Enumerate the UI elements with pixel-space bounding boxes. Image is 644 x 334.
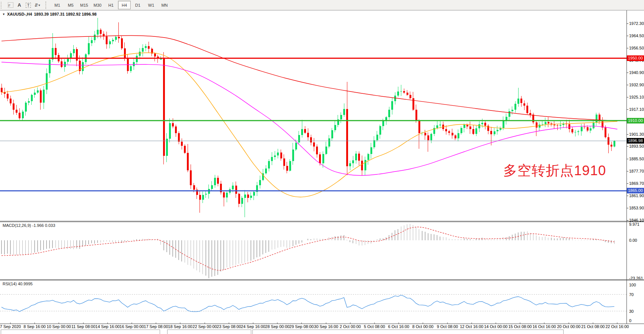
status-panel[interactable]: [252, 330, 564, 334]
toolbar-drag-handle[interactable]: [1, 2, 4, 9]
arrange-arrows-glyph: ⇵: [34, 3, 38, 8]
rsi-indicator-chart[interactable]: [0, 280, 627, 324]
date-axis-label: 22 Oct 16:00: [606, 324, 629, 329]
toolbar-separator: [45, 1, 48, 9]
date-axis-label: 24 Sep 16:00: [241, 324, 265, 329]
timeframe-m1[interactable]: M1: [51, 1, 64, 9]
date-axis-label: 9 Oct 08:00: [437, 324, 458, 329]
price-axis-label: 1885.50: [629, 157, 644, 161]
price-axis-label: 1932.90: [629, 83, 644, 87]
chart-title: ▼ XAUUSD-,H4 1893.39 1897.31 1892.92 189…: [2, 12, 96, 16]
arrange-arrows-icon[interactable]: ⇵▾: [33, 1, 41, 9]
axis-border: [627, 10, 627, 324]
date-axis-label: 17 Sep 08:00: [144, 324, 168, 329]
date-axis-label: 11 Sep 08:00: [71, 324, 96, 329]
status-panel[interactable]: [167, 330, 251, 334]
price-level-badge: 1865.00: [627, 188, 644, 193]
text-box-icon[interactable]: T: [24, 1, 32, 9]
price-axis-label: 1917.10: [629, 107, 644, 112]
timeframe-w1[interactable]: W1: [145, 1, 157, 9]
date-axis-label: 20 Oct 00:00: [557, 324, 581, 329]
symbol-dropdown-icon[interactable]: ▼: [2, 13, 5, 16]
macd-axis-label: 9.971: [629, 222, 640, 227]
timeframe-m15[interactable]: M15: [78, 1, 90, 9]
pointer-grid-icon[interactable]: F: [6, 1, 15, 9]
panel-separator[interactable]: [0, 279, 644, 280]
date-axis-label: 29 Sep 08:00: [289, 324, 313, 329]
date-axis-label: 5 Oct 08:00: [364, 324, 385, 329]
price-axis-label: 1861.90: [629, 193, 644, 198]
price-level-badge: 1910.00: [627, 118, 644, 123]
date-axis-label: 23 Sep 08:00: [217, 324, 241, 329]
panel-separator[interactable]: [0, 221, 644, 221]
timeframe-d1[interactable]: D1: [131, 1, 144, 9]
panel-separator: [0, 324, 644, 324]
price-axis-label: 1853.90: [629, 206, 644, 210]
timeframe-m5[interactable]: M5: [64, 1, 77, 9]
price-axis-label: 1964.50: [629, 33, 644, 38]
date-axis-label: 16 Oct 16:00: [533, 324, 556, 329]
rsi-axis-label: 30: [629, 309, 634, 314]
date-axis-label: 15 Oct 08:00: [508, 324, 532, 329]
price-level-badge: 1950.00: [627, 55, 644, 61]
price-axis-label: 1940.90: [629, 70, 644, 75]
date-axis-label: 8 Sep 16:00: [23, 324, 45, 329]
status-panel[interactable]: [1, 330, 160, 334]
date-axis-label: 14 Oct 00:00: [484, 324, 508, 329]
date-axis-label: 10 Sep 00:00: [47, 324, 71, 329]
current-price-badge: 1896.98: [627, 138, 644, 144]
price-axis-label: 1877.70: [629, 169, 644, 173]
timeframe-toolbar: M1M5M15M30H1H4D1W1MN: [51, 1, 171, 9]
top-toolbar: F A T ⇵▾ M1M5M15M30H1H4D1W1MN: [0, 0, 644, 10]
price-axis-label: 1869.70: [629, 181, 644, 186]
pointer-grid-glyph: F: [8, 2, 13, 8]
timeframe-h1[interactable]: H1: [105, 1, 117, 9]
metatrader-window: F A T ⇵▾ M1M5M15M30H1H4D1W1MN ▼ XAUUSD-,…: [0, 0, 644, 334]
price-axis-label: 1901.30: [629, 132, 644, 137]
date-axis-label: 8 Oct 00:00: [412, 324, 434, 329]
text-label-icon[interactable]: A: [15, 1, 23, 9]
date-axis-label: 18 Sep 16:00: [168, 324, 192, 329]
rsi-axis-label: 0: [629, 318, 631, 323]
price-axis-label: 1925.10: [629, 95, 644, 99]
price-axis-label: 1956.50: [629, 46, 644, 50]
date-axis-label: 2 Oct 00:00: [340, 324, 361, 329]
date-axis-label: 16 Sep 00:00: [119, 324, 144, 329]
date-axis-label: 12 Oct 16:00: [460, 324, 484, 329]
price-axis-label: 1893.50: [629, 144, 644, 148]
panel-separator[interactable]: [0, 222, 644, 222]
text-box-glyph: T: [26, 3, 31, 8]
macd-label: MACD(12,26,9) -1.966 0.033: [3, 223, 55, 228]
dropdown-caret-icon: ▾: [38, 3, 40, 7]
chart-ohlc-values: 1893.39 1897.31 1892.92 1896.98: [34, 12, 96, 16]
chart-annotation-text: 多空转折点1910: [503, 161, 606, 180]
main-price-chart[interactable]: [0, 10, 627, 221]
rsi-axis-label: 70: [629, 292, 634, 297]
date-axis-label: 22 Sep 00:00: [192, 324, 217, 329]
panel-separator[interactable]: [0, 280, 644, 280]
date-axis-label: 30 Sep 16:00: [314, 324, 338, 329]
price-axis-label: 1972.30: [629, 21, 644, 26]
date-axis-label: 14 Sep 16:00: [95, 324, 119, 329]
timeframe-m30[interactable]: M30: [91, 1, 104, 9]
timeframe-h4[interactable]: H4: [118, 1, 131, 9]
rsi-axis-label: 100: [629, 283, 636, 287]
date-axis-label: 21 Oct 08:00: [581, 324, 605, 329]
chart-symbol-label: XAUUSD-,H4: [7, 12, 32, 16]
macd-indicator-chart[interactable]: [0, 222, 627, 279]
date-axis-label: 28 Sep 00:00: [265, 324, 289, 329]
date-axis-label: 7 Sep 2020: [0, 324, 21, 329]
timeframe-mn[interactable]: MN: [158, 1, 171, 9]
macd-axis-label: 0.00: [629, 238, 637, 243]
date-axis-label: 6 Oct 16:00: [388, 324, 409, 329]
rsi-label: RSI(14) 40.9995: [3, 282, 33, 286]
